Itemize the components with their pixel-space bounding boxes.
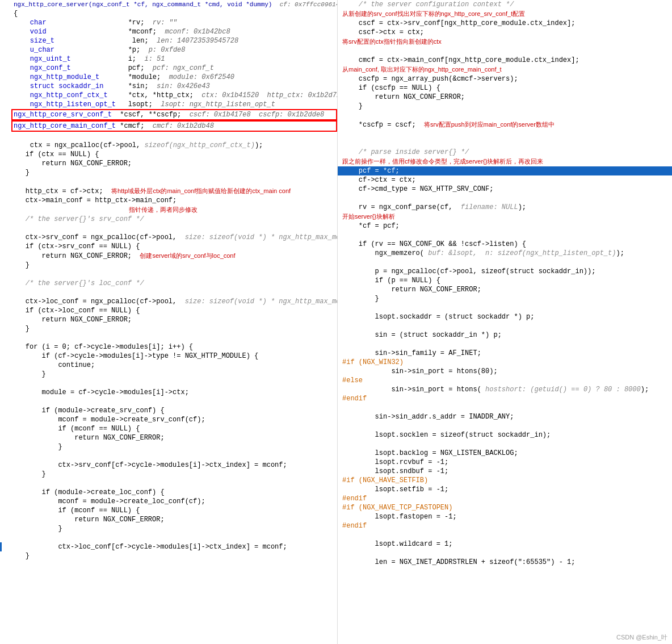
code-line: } [0,370,337,379]
code-line: lsopt.sndbuf = -1; [338,467,672,476]
code-line: ctx->main_conf = http_ctx->main_conf; [0,196,337,205]
blank-line [0,132,337,141]
code-line: } [0,470,337,479]
code-line: { [0,9,337,18]
code-line: if (mconf == NULL) { [0,506,337,515]
blank-line [0,397,337,406]
code-line: if (ctx->srv_conf == NULL) { [0,242,337,251]
code-line: *cscfp = cscf; 将srv配置push到对应main_conf的se… [338,120,672,129]
blank-line [338,321,672,331]
code-line: p = ngx_pcalloc(cf->pool, sizeof(struct … [338,267,672,276]
code-line: cscfp = ngx_array_push(&cmcf->servers); [338,74,672,83]
blank-line [338,340,672,349]
code-line: } [0,524,337,533]
blank-line [338,258,672,267]
code-line: if (rv == NGX_CONF_OK && !cscf->listen) … [338,240,672,249]
code-line: rv = ngx_conf_parse(cf, filename: NULL); [338,203,672,212]
annotation-line: 跟之前操作一样，借用cf修改命令类型，完成server{}块解析后，再改回来 [338,157,672,166]
blank-line [0,270,337,279]
code-line: #endif [338,494,672,503]
blank-line [338,231,672,240]
code-line: mconf = module->create_loc_conf(cf); [0,497,337,506]
code-line: ngx_http_module_t *module; module: 0x6f2… [0,73,337,82]
code-line: lsopt.socklen = sizeof(struct sockaddr_i… [338,430,672,440]
blank-line [0,224,337,233]
code-line: sin->sin_family = AF_INET; [338,349,672,358]
highlighted-line: pcf = *cf; [338,166,672,175]
blank-line [0,533,337,542]
code-line: void *mconf; mconf: 0x1b42bc8 [0,27,337,36]
annotation-line: 从新创建的srv_conf找出对应下标的ngx_http_core_srv_co… [338,9,672,19]
code-line: } [0,261,337,270]
code-line: ngx_http_conf_ctx_t *ctx, *http_ctx; ctx… [0,91,337,100]
code-line: cscf = ctx->srv_conf[ngx_http_core_modul… [338,19,672,28]
code-line: lsopt.sockaddr = (struct sockaddr *) p; [338,312,672,321]
code-line: #if (NGX_WIN32) [338,358,672,367]
blank-line [338,139,672,148]
code-line: mconf = module->create_srv_conf(cf); [0,415,337,424]
code-line: } [338,294,672,303]
code-line: lsopt.backlog = NGX_LISTEN_BACKLOG; [338,449,672,458]
code-line: return NGX_CONF_ERROR; [0,159,337,168]
blank-line [338,440,672,449]
code-line: ctx = ngx_pcalloc(cf->pool, sizeof(ngx_h… [0,141,337,150]
code-line: size_t len; len: 140723539545728 [0,36,337,45]
code-line-boxed-main: ngx_http_core_main_conf_t *cmcf; cmcf: 0… [0,120,337,132]
code-line: lsopt.fastopen = -1; [338,512,672,521]
annotation-line: 将srv配置的ctx指针指向新创建的ctx [338,37,672,47]
blank-line [338,530,672,540]
code-line: #if (NGX_HAVE_TCP_FASTOPEN) [338,503,672,512]
code-line: cscf->ctx = ctx; [338,28,672,37]
code-line: #if (NGX_HAVE_SETFIB) [338,476,672,485]
code-line: http_ctx = cf->ctx; 将http域最外层ctx的main_co… [0,186,337,196]
code-line: cmcf = ctx->main_conf[ngx_http_core_modu… [338,56,672,65]
code-line: } [0,551,337,561]
code-line: ngx_http_listen_opt_t lsopt; lsopt: ngx_… [0,100,337,109]
blank-line [0,288,337,297]
blank-line [0,479,337,488]
blank-line: 指针传递，两者同步修改 [0,205,337,215]
code-line: ngx_memzero( buf: &lsopt, n: sizeof(ngx_… [338,249,672,258]
code-line: ngx_uint_t i; i: 51 [0,55,337,64]
blank-line [338,403,672,412]
code-line: for (i = 0; cf->cycle->modules[i]; i++) … [0,342,337,352]
code-line: } [0,442,337,451]
code-line: sin->sin_port = htons(80); [338,367,672,376]
blank-line [0,177,337,186]
header-line: ngx_http_core_server(ngx_conf_t *cf, ngx… [0,0,337,9]
blank-line [338,303,672,312]
right-code-area: /* the server configuration context */ 从… [338,0,672,567]
code-line: return NGX_CONF_ERROR; [0,433,337,442]
blank-line [338,549,672,558]
code-line: *cf = pcf; [338,221,672,231]
code-line: if (mconf == NULL) { [0,424,337,433]
code-line: char *rv; rv: "" [0,18,337,27]
code-line: continue; [0,361,337,370]
code-line: #endif [338,521,672,530]
code-line: if (module->create_srv_conf) { [0,406,337,415]
blank-line [0,451,337,461]
blank-line [0,379,337,388]
code-line: } [0,324,337,333]
code-line: #endif [338,394,672,403]
blank-line [338,47,672,56]
code-line: u_char *p; p: 0xfde8 [0,45,337,55]
code-line: if (ctx == NULL) { [0,150,337,159]
code-line: module = cf->cycle->modules[i]->ctx; [0,388,337,397]
code-line: struct sockaddr_in *sin; sin: 0x426e43 [0,82,337,91]
left-code-area: ngx_http_core_server(ngx_conf_t *cf, ngx… [0,0,337,561]
code-line: if (module->create_loc_conf) { [0,488,337,497]
code-line: sin = (struct sockaddr_in *) p; [338,331,672,340]
annotation-line: 从main_conf, 取出对应下标的ngx_http_core_main_co… [338,65,672,74]
code-line: if (ctx->loc_conf == NULL) { [0,306,337,315]
code-line: } [338,102,672,111]
code-line: #else [338,376,672,385]
code-line: /* the server{}'s srv_conf */ [0,215,337,224]
code-line: if (p == NULL) { [338,276,672,285]
code-line: len = NGX_INET_ADDRSTRLEN + sizeof(":655… [338,558,672,567]
code-line: sin->sin_port = htons( hostshort: (getui… [338,385,672,394]
code-line: lsopt.wildcard = 1; [338,540,672,549]
code-line: ngx_conf_t pcf; pcf: ngx_conf_t [0,64,337,73]
code-line: lsopt.rcvbuf = -1; [338,458,672,467]
annotation-line: 开始server{}块解析 [338,212,672,221]
